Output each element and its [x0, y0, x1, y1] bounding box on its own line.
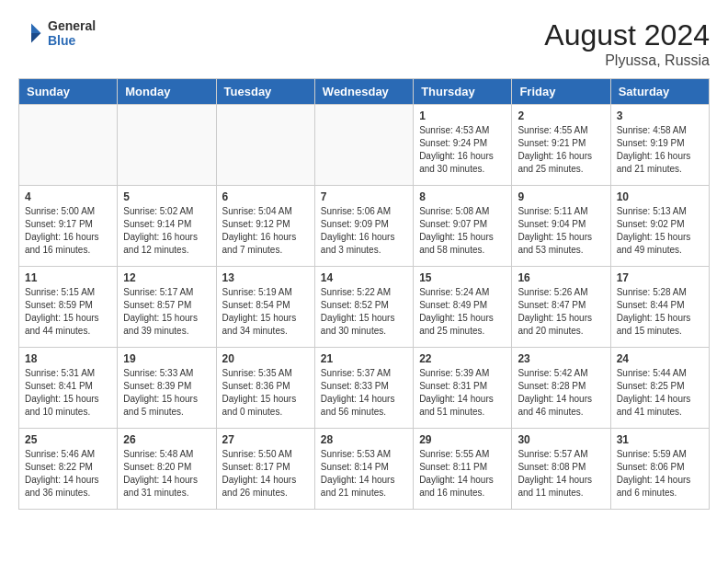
calendar-day-cell: 11Sunrise: 5:15 AMSunset: 8:59 PMDayligh… [19, 267, 118, 348]
calendar-week-row: 18Sunrise: 5:31 AMSunset: 8:41 PMDayligh… [19, 348, 710, 429]
day-number: 20 [222, 352, 309, 365]
day-number: 1 [419, 109, 506, 122]
day-number: 21 [321, 352, 407, 365]
calendar-day-cell: 30Sunrise: 5:57 AMSunset: 8:08 PMDayligh… [512, 429, 610, 510]
calendar-day-cell: 12Sunrise: 5:17 AMSunset: 8:57 PMDayligh… [118, 267, 216, 348]
calendar-col-header: Tuesday [216, 79, 314, 105]
day-info: Sunrise: 5:22 AMSunset: 8:52 PMDaylight:… [321, 286, 407, 338]
day-number: 4 [25, 190, 111, 203]
day-info: Sunrise: 5:31 AMSunset: 8:41 PMDaylight:… [25, 367, 111, 419]
day-number: 25 [25, 433, 111, 446]
day-number: 22 [419, 352, 506, 365]
month-year: August 2024 [544, 18, 710, 52]
day-info: Sunrise: 4:53 AMSunset: 9:24 PMDaylight:… [419, 124, 506, 176]
day-info: Sunrise: 5:50 AMSunset: 8:17 PMDaylight:… [222, 448, 309, 500]
calendar-day-cell: 17Sunrise: 5:28 AMSunset: 8:44 PMDayligh… [610, 267, 709, 348]
logo-icon [18, 20, 44, 46]
day-info: Sunrise: 5:55 AMSunset: 8:11 PMDaylight:… [419, 448, 506, 500]
calendar-day-cell: 20Sunrise: 5:35 AMSunset: 8:36 PMDayligh… [216, 348, 314, 429]
day-info: Sunrise: 4:55 AMSunset: 9:21 PMDaylight:… [518, 124, 604, 176]
day-number: 11 [25, 271, 111, 284]
calendar-col-header: Saturday [610, 79, 709, 105]
day-number: 5 [123, 190, 210, 203]
calendar-day-cell: 2Sunrise: 4:55 AMSunset: 9:21 PMDaylight… [512, 105, 610, 186]
calendar-day-cell [216, 105, 314, 186]
calendar-day-cell: 6Sunrise: 5:04 AMSunset: 9:12 PMDaylight… [216, 186, 314, 267]
calendar-day-cell: 28Sunrise: 5:53 AMSunset: 8:14 PMDayligh… [314, 429, 413, 510]
svg-marker-0 [31, 24, 41, 34]
day-number: 9 [518, 190, 604, 203]
day-number: 26 [123, 433, 210, 446]
calendar-day-cell: 9Sunrise: 5:11 AMSunset: 9:04 PMDaylight… [512, 186, 610, 267]
day-info: Sunrise: 5:13 AMSunset: 9:02 PMDaylight:… [617, 205, 703, 257]
day-info: Sunrise: 5:39 AMSunset: 8:31 PMDaylight:… [419, 367, 506, 419]
day-number: 17 [617, 271, 703, 284]
day-number: 7 [321, 190, 407, 203]
calendar-col-header: Monday [118, 79, 216, 105]
calendar-day-cell: 1Sunrise: 4:53 AMSunset: 9:24 PMDaylight… [414, 105, 512, 186]
day-number: 23 [518, 352, 604, 365]
day-number: 14 [321, 271, 407, 284]
day-number: 3 [617, 109, 703, 122]
day-info: Sunrise: 5:59 AMSunset: 8:06 PMDaylight:… [617, 448, 703, 500]
day-number: 27 [222, 433, 309, 446]
day-info: Sunrise: 4:58 AMSunset: 9:19 PMDaylight:… [617, 124, 703, 176]
calendar-week-row: 1Sunrise: 4:53 AMSunset: 9:24 PMDaylight… [19, 105, 710, 186]
day-info: Sunrise: 5:33 AMSunset: 8:39 PMDaylight:… [123, 367, 210, 419]
calendar-day-cell: 15Sunrise: 5:24 AMSunset: 8:49 PMDayligh… [414, 267, 512, 348]
day-number: 6 [222, 190, 309, 203]
calendar-day-cell [19, 105, 118, 186]
logo: General Blue [18, 18, 96, 48]
title-block: August 2024 Plyussa, Russia [544, 18, 710, 69]
calendar-week-row: 25Sunrise: 5:46 AMSunset: 8:22 PMDayligh… [19, 429, 710, 510]
calendar-week-row: 11Sunrise: 5:15 AMSunset: 8:59 PMDayligh… [19, 267, 710, 348]
logo-general: General [48, 18, 96, 33]
day-info: Sunrise: 5:02 AMSunset: 9:14 PMDaylight:… [123, 205, 210, 257]
day-number: 29 [419, 433, 506, 446]
calendar-day-cell: 29Sunrise: 5:55 AMSunset: 8:11 PMDayligh… [414, 429, 512, 510]
day-info: Sunrise: 5:00 AMSunset: 9:17 PMDaylight:… [25, 205, 111, 257]
day-info: Sunrise: 5:24 AMSunset: 8:49 PMDaylight:… [419, 286, 506, 338]
calendar-day-cell: 24Sunrise: 5:44 AMSunset: 8:25 PMDayligh… [610, 348, 709, 429]
day-info: Sunrise: 5:06 AMSunset: 9:09 PMDaylight:… [321, 205, 407, 257]
calendar-day-cell: 23Sunrise: 5:42 AMSunset: 8:28 PMDayligh… [512, 348, 610, 429]
calendar-week-row: 4Sunrise: 5:00 AMSunset: 9:17 PMDaylight… [19, 186, 710, 267]
calendar-day-cell: 21Sunrise: 5:37 AMSunset: 8:33 PMDayligh… [314, 348, 413, 429]
day-info: Sunrise: 5:37 AMSunset: 8:33 PMDaylight:… [321, 367, 407, 419]
calendar-day-cell [118, 105, 216, 186]
calendar-day-cell [314, 105, 413, 186]
calendar-day-cell: 31Sunrise: 5:59 AMSunset: 8:06 PMDayligh… [610, 429, 709, 510]
day-info: Sunrise: 5:28 AMSunset: 8:44 PMDaylight:… [617, 286, 703, 338]
calendar-day-cell: 27Sunrise: 5:50 AMSunset: 8:17 PMDayligh… [216, 429, 314, 510]
calendar-day-cell: 26Sunrise: 5:48 AMSunset: 8:20 PMDayligh… [118, 429, 216, 510]
day-info: Sunrise: 5:46 AMSunset: 8:22 PMDaylight:… [25, 448, 111, 500]
day-info: Sunrise: 5:57 AMSunset: 8:08 PMDaylight:… [518, 448, 604, 500]
day-info: Sunrise: 5:17 AMSunset: 8:57 PMDaylight:… [123, 286, 210, 338]
day-number: 13 [222, 271, 309, 284]
calendar-day-cell: 13Sunrise: 5:19 AMSunset: 8:54 PMDayligh… [216, 267, 314, 348]
day-number: 8 [419, 190, 506, 203]
day-number: 2 [518, 109, 604, 122]
day-number: 30 [518, 433, 604, 446]
calendar-day-cell: 14Sunrise: 5:22 AMSunset: 8:52 PMDayligh… [314, 267, 413, 348]
calendar-header-row: SundayMondayTuesdayWednesdayThursdayFrid… [19, 79, 710, 105]
calendar-day-cell: 7Sunrise: 5:06 AMSunset: 9:09 PMDaylight… [314, 186, 413, 267]
calendar-col-header: Wednesday [314, 79, 413, 105]
calendar-col-header: Friday [512, 79, 610, 105]
day-number: 19 [123, 352, 210, 365]
logo-blue: Blue [48, 33, 96, 48]
day-info: Sunrise: 5:35 AMSunset: 8:36 PMDaylight:… [222, 367, 309, 419]
day-info: Sunrise: 5:42 AMSunset: 8:28 PMDaylight:… [518, 367, 604, 419]
logo-text: General Blue [48, 18, 96, 48]
day-number: 28 [321, 433, 407, 446]
day-number: 31 [617, 433, 703, 446]
day-info: Sunrise: 5:19 AMSunset: 8:54 PMDaylight:… [222, 286, 309, 338]
day-info: Sunrise: 5:08 AMSunset: 9:07 PMDaylight:… [419, 205, 506, 257]
day-info: Sunrise: 5:04 AMSunset: 9:12 PMDaylight:… [222, 205, 309, 257]
calendar-day-cell: 8Sunrise: 5:08 AMSunset: 9:07 PMDaylight… [414, 186, 512, 267]
calendar-col-header: Thursday [414, 79, 512, 105]
calendar-day-cell: 22Sunrise: 5:39 AMSunset: 8:31 PMDayligh… [414, 348, 512, 429]
day-info: Sunrise: 5:44 AMSunset: 8:25 PMDaylight:… [617, 367, 703, 419]
day-info: Sunrise: 5:11 AMSunset: 9:04 PMDaylight:… [518, 205, 604, 257]
day-number: 15 [419, 271, 506, 284]
